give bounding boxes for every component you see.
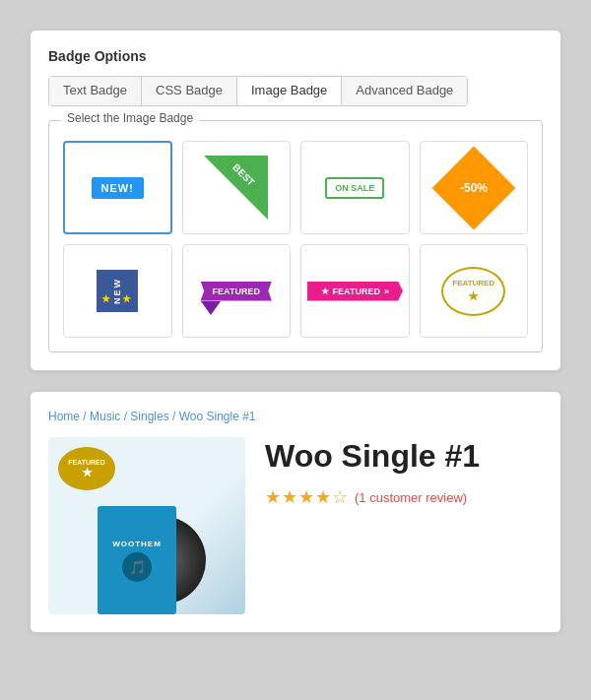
arrow-icon-pink: » — [384, 286, 389, 296]
breadcrumb: Home / Music / Singles / Woo Single #1 — [48, 410, 543, 423]
badge-50-diamond[interactable]: -50% — [420, 141, 529, 234]
filled-stars: ★★★★☆ — [265, 486, 349, 508]
featured-pink-label: ★ FEATURED » — [307, 282, 403, 301]
product-title: Woo Single #1 — [265, 437, 543, 475]
fieldset-legend: Select the Image Badge — [61, 111, 199, 125]
tab-bar: Text Badge CSS Badge Image Badge Advance… — [48, 76, 468, 106]
ribbon-star-bottom: ★ — [122, 293, 133, 304]
featured-overlay-star: ★ — [82, 466, 93, 479]
book-cover: WOOTHEM 🎵 — [98, 506, 176, 614]
diamond-shape: -50% — [431, 146, 515, 229]
image-badge-fieldset: Select the Image Badge NEW! BEST ON SALE — [48, 120, 543, 352]
tab-text-badge[interactable]: Text Badge — [49, 77, 142, 105]
badge-new-ribbon[interactable]: ★ NEW ★ — [63, 244, 172, 338]
product-image: FEATURED ★ WOOTHEM 🎵 — [48, 437, 245, 614]
featured-gold-star: ★ — [468, 289, 479, 303]
best-corner-svg: BEST — [204, 156, 268, 220]
product-area: FEATURED ★ WOOTHEM 🎵 Woo Single #1 ★★★★☆ — [48, 437, 543, 614]
ribbon-star-top: ★ — [101, 293, 112, 304]
product-info: Woo Single #1 ★★★★☆ (1 customer review) — [265, 437, 543, 508]
featured-badge-overlay: FEATURED ★ — [58, 447, 115, 490]
badge-featured-purple[interactable]: FEATURED — [182, 244, 292, 338]
face-circle: 🎵 — [122, 552, 152, 582]
featured-gold-label: FEATURED ★ — [441, 267, 505, 316]
product-panel: Home / Music / Singles / Woo Single #1 F… — [30, 391, 561, 633]
tab-image-badge[interactable]: Image Badge — [237, 77, 342, 105]
review-link[interactable]: (1 customer review) — [355, 490, 467, 505]
badge-featured-pink[interactable]: ★ FEATURED » — [300, 244, 410, 338]
featured-gold-text: FEATURED — [452, 279, 494, 287]
discount-label: -50% — [460, 180, 488, 194]
tab-advanced-badge[interactable]: Advanced Badge — [342, 77, 467, 105]
vinyl-illustration: WOOTHEM 🎵 — [88, 496, 206, 614]
badge-options-panel: Badge Options Text Badge CSS Badge Image… — [30, 30, 561, 371]
featured-overlay-text: FEATURED — [68, 459, 105, 466]
new-blue-label: NEW! — [92, 177, 144, 199]
on-sale-label: ON SALE — [325, 177, 384, 199]
new-ribbon-label: ★ NEW ★ — [97, 270, 138, 312]
featured-purple-label: FEATURED — [201, 282, 272, 301]
panel-title: Badge Options — [48, 48, 543, 64]
badge-featured-gold[interactable]: FEATURED ★ — [420, 244, 529, 338]
featured-purple-tail — [201, 301, 221, 315]
badge-grid: NEW! BEST ON SALE -50% — [63, 141, 528, 338]
product-rating: ★★★★☆ (1 customer review) — [265, 486, 543, 508]
tab-css-badge[interactable]: CSS Badge — [142, 77, 237, 105]
badge-new-blue[interactable]: NEW! — [63, 141, 172, 234]
badge-on-sale[interactable]: ON SALE — [300, 141, 410, 234]
star-icon-pink: ★ — [321, 286, 329, 296]
woo-label: WOOTHEM — [112, 540, 162, 548]
badge-best-corner[interactable]: BEST — [182, 141, 292, 234]
